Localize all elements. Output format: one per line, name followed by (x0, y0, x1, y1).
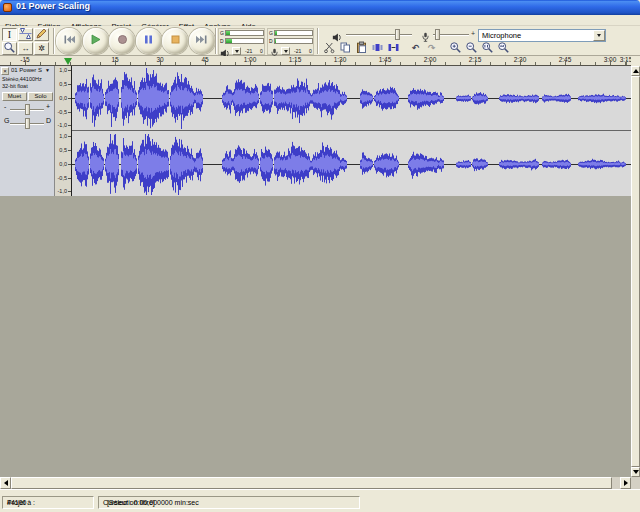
cut-icon (323, 41, 336, 56)
meter-scale-tick: 0 (260, 49, 263, 54)
undo-button[interactable]: ↶ (408, 42, 423, 55)
draw-tool-button[interactable] (34, 28, 49, 41)
pencil-icon (35, 27, 48, 42)
redo-button[interactable]: ↷ (424, 42, 439, 55)
cursor-status-box: Curseur : 0:00,000000 min:sec [Sélection… (98, 496, 360, 509)
zoom-fit-button[interactable] (496, 42, 511, 55)
skip-end-icon (195, 32, 208, 50)
track-control-panel[interactable]: × 01 Power S ▼ Stéréo,44100Hz 32-bit flo… (0, 66, 55, 196)
ruler-tick (415, 62, 416, 65)
waveform-channel-right[interactable] (72, 132, 632, 196)
meter-bar-track (225, 30, 264, 36)
track-menu-arrow[interactable]: ▼ (45, 67, 50, 73)
ruler-major-tick (610, 60, 611, 65)
timeline-ruler[interactable]: -151530451:001:151:301:452:002:152:302:4… (0, 56, 631, 66)
meter-scale-tick: -21 (294, 49, 301, 54)
ruler-major-tick (160, 60, 161, 65)
ruler-tick (55, 62, 56, 65)
track-close-button[interactable]: × (1, 67, 9, 75)
ruler-tick (580, 62, 581, 65)
playback-meter[interactable]: GD-210 (218, 28, 265, 55)
record-icon (116, 32, 129, 50)
track-title[interactable]: 01 Power S (11, 67, 44, 73)
envelope-icon (19, 27, 32, 42)
title-bar[interactable]: 01 Power Scaling (0, 0, 640, 15)
combo-dropdown-button[interactable] (593, 30, 605, 41)
ruler-tick (595, 62, 596, 65)
record-meter[interactable]: GD-210 (267, 28, 314, 55)
selection-tool-button[interactable]: I (2, 28, 17, 41)
vertical-ruler[interactable]: 1,00,50,0-0,5-1,01,00,50,0-0,5-1,0 (55, 66, 71, 196)
multi-tool-button[interactable]: ✲ (34, 42, 49, 55)
envelope-tool-button[interactable] (18, 28, 33, 41)
timeshift-tool-button[interactable]: ↔ (18, 42, 33, 55)
track-bitdepth-info: 32-bit float (2, 83, 28, 89)
ruler-tick (10, 62, 11, 65)
trim-icon (371, 41, 384, 56)
ruler-tick (550, 62, 551, 65)
vertical-scroll-thumb[interactable] (631, 76, 640, 467)
horizontal-scroll-thumb[interactable] (11, 477, 612, 489)
ruler-tick (40, 62, 41, 65)
skip-end-button[interactable] (189, 28, 215, 54)
empty-project-area (0, 196, 631, 477)
meter-scale-tick: 0 (309, 49, 312, 54)
amplitude-label: -1,0 (58, 122, 67, 128)
meter-dropdown-button[interactable] (281, 47, 290, 55)
ruler-tick (100, 62, 101, 65)
pause-button[interactable] (136, 28, 162, 54)
menu-bar: FichierEditionAffichageProjetGénérerEffe… (0, 15, 640, 26)
ruler-major-tick (25, 60, 26, 65)
play-button[interactable] (83, 28, 109, 54)
solo-button[interactable]: Solo (28, 92, 53, 101)
arrow-right-icon (624, 480, 628, 486)
ruler-major-tick (205, 60, 206, 65)
ruler-major-tick (115, 60, 116, 65)
scroll-right-button[interactable] (620, 477, 631, 489)
input-source-value: Microphone (482, 31, 521, 40)
meter-level-fill (275, 31, 277, 35)
meter-bar-track (225, 38, 264, 44)
ruler-tick (535, 62, 536, 65)
silence-icon (387, 41, 400, 56)
gain-slider-thumb[interactable] (25, 104, 30, 115)
trim-button[interactable] (370, 42, 385, 55)
zoom-in-button[interactable] (448, 42, 463, 55)
stop-button[interactable] (162, 28, 188, 54)
ruler-tick (280, 62, 281, 65)
ruler-tick (220, 62, 221, 65)
vertical-scrollbar[interactable] (631, 66, 640, 477)
amplitude-label: 0,5 (59, 81, 67, 87)
ruler-major-tick (475, 60, 476, 65)
amplitude-label: -1,0 (58, 188, 67, 194)
pan-left-label: G (4, 117, 9, 125)
arrow-left-icon (4, 480, 8, 486)
zoom-out-button[interactable] (464, 42, 479, 55)
copy-button[interactable] (338, 42, 353, 55)
mute-button[interactable]: Muet (2, 92, 27, 101)
pan-slider-thumb[interactable] (25, 118, 30, 129)
skip-start-button[interactable] (56, 28, 82, 54)
ruler-tick (370, 62, 371, 65)
paste-button[interactable] (354, 42, 369, 55)
meter-level-fill (226, 39, 232, 43)
cut-button[interactable] (322, 42, 337, 55)
waveform-channel-left[interactable] (72, 66, 632, 130)
scroll-up-button[interactable] (631, 66, 640, 76)
scroll-down-button[interactable] (631, 467, 640, 477)
ruler-tick (175, 62, 176, 65)
input-source-select[interactable]: Microphone (478, 29, 606, 42)
horizontal-scrollbar[interactable] (0, 477, 631, 489)
zoom-selection-button[interactable] (480, 42, 495, 55)
skip-start-icon (63, 32, 76, 50)
zoom-tool-button[interactable] (2, 42, 17, 55)
ruler-major-tick (520, 60, 521, 65)
meter-dropdown-button[interactable] (232, 47, 241, 55)
status-bar: Projet à : 44100 Curseur : 0:00,000000 m… (0, 489, 640, 512)
scroll-left-button[interactable] (0, 477, 11, 489)
play-position-marker (64, 58, 72, 65)
record-button[interactable] (109, 28, 135, 54)
ruler-tick (265, 62, 266, 65)
silence-button[interactable] (386, 42, 401, 55)
arrow-down-icon (633, 470, 639, 474)
